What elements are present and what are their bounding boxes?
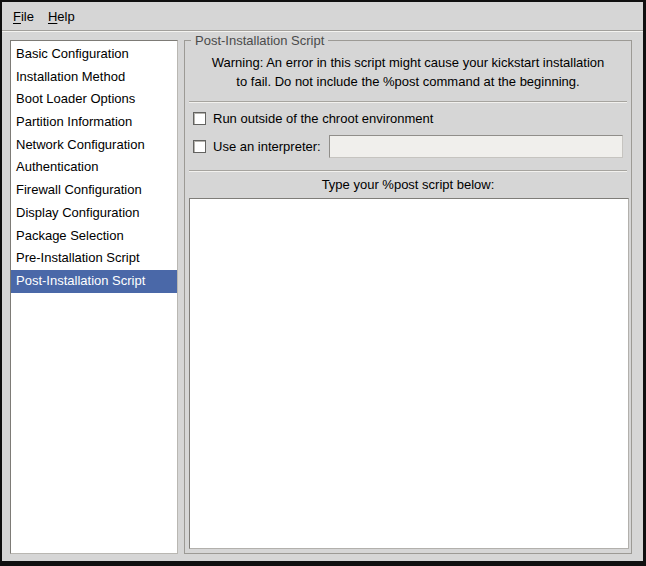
interpreter-input[interactable] <box>329 135 623 158</box>
interpreter-checkbox-label[interactable]: Use an interpreter: <box>213 139 321 154</box>
menu-help-accel: H <box>48 9 57 24</box>
script-textarea[interactable] <box>189 198 629 549</box>
sidebar-item-post-installation-script[interactable]: Post-Installation Script <box>11 270 177 293</box>
menubar: File Help <box>2 2 643 31</box>
separator <box>189 101 627 103</box>
sidebar-item-display-configuration[interactable]: Display Configuration <box>11 202 177 225</box>
post-installation-script-panel: Post-Installation Script Warning: An err… <box>184 40 632 554</box>
separator <box>189 170 627 172</box>
interpreter-option-row: Use an interpreter: <box>193 133 623 159</box>
menu-help-rest: elp <box>57 9 74 24</box>
sidebar-item-package-selection[interactable]: Package Selection <box>11 225 177 248</box>
sidebar-item-network-configuration[interactable]: Network Configuration <box>11 134 177 157</box>
menu-file-rest: ile <box>21 9 34 24</box>
kickstart-configurator-window: File Help Basic Configuration Installati… <box>0 0 646 566</box>
sidebar-item-basic-configuration[interactable]: Basic Configuration <box>11 43 177 66</box>
interpreter-checkbox[interactable] <box>193 140 206 153</box>
menu-file[interactable]: File <box>6 6 41 27</box>
sidebar-item-installation-method[interactable]: Installation Method <box>11 66 177 89</box>
sidebar-item-authentication[interactable]: Authentication <box>11 156 177 179</box>
sidebar-item-partition-information[interactable]: Partition Information <box>11 111 177 134</box>
warning-line-1: Warning: An error in this script might c… <box>185 53 631 72</box>
sidebar-item-firewall-configuration[interactable]: Firewall Configuration <box>11 179 177 202</box>
menu-file-accel: F <box>13 9 21 24</box>
script-label: Type your %post script below: <box>185 177 631 192</box>
warning-line-2: to fail. Do not include the %post comman… <box>185 72 631 91</box>
chroot-checkbox[interactable] <box>193 112 206 125</box>
warning-text: Warning: An error in this script might c… <box>185 53 631 91</box>
sidebar-item-boot-loader-options[interactable]: Boot Loader Options <box>11 88 177 111</box>
menu-help[interactable]: Help <box>41 6 82 27</box>
sidebar-list: Basic Configuration Installation Method … <box>10 40 178 554</box>
chroot-checkbox-label[interactable]: Run outside of the chroot environment <box>213 111 433 126</box>
chroot-option-row: Run outside of the chroot environment <box>193 108 623 128</box>
sidebar-item-pre-installation-script[interactable]: Pre-Installation Script <box>11 247 177 270</box>
panel-title: Post-Installation Script <box>191 33 328 48</box>
